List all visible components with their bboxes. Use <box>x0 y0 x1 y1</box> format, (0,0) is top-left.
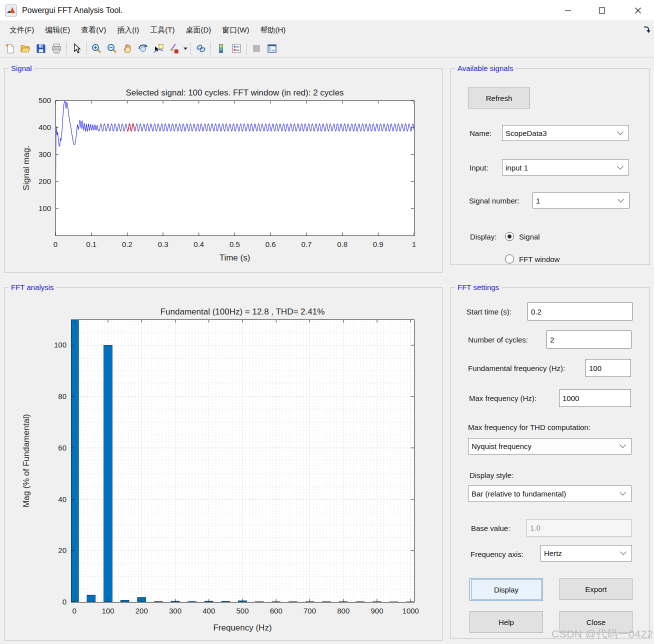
caret-down-icon <box>184 48 188 50</box>
svg-text:300: 300 <box>38 150 51 158</box>
chevron-down-icon <box>618 196 624 202</box>
rotate-3d-button[interactable] <box>135 41 150 56</box>
signal-panel-label: Signal <box>8 64 34 72</box>
svg-text:1: 1 <box>412 240 416 248</box>
display-fft-window-radio[interactable] <box>505 254 514 264</box>
open-button[interactable] <box>18 41 33 56</box>
fft-analysis-label: FFT analysis <box>8 283 56 292</box>
display-style-select[interactable]: Bar (relative to fundamental) <box>468 486 632 502</box>
display-button[interactable]: Display <box>470 578 543 601</box>
svg-text:100: 100 <box>102 606 114 615</box>
thd-max-freq-value: Nyquist frequency <box>472 442 532 450</box>
svg-text:600: 600 <box>270 606 282 615</box>
fft-analysis-panel: FFT analysis 010020030040050060070080090… <box>4 288 443 640</box>
fft-chart: 0100200300400500600700800900100002040608… <box>4 288 442 640</box>
chevron-down-icon <box>620 489 626 496</box>
cursor-button[interactable] <box>68 41 84 56</box>
pan-button[interactable] <box>120 41 135 56</box>
svg-text:400: 400 <box>38 123 51 132</box>
svg-text:500: 500 <box>38 96 51 104</box>
print-icon <box>50 42 62 54</box>
link-plots-button[interactable] <box>193 41 208 56</box>
signal-panel: Signal 00.10.20.30.40.50.60.70.80.911002… <box>4 68 443 272</box>
start-time-label: Start time (s): <box>466 308 512 316</box>
show-plot-tools-icon <box>266 42 278 54</box>
input-label: Input: <box>470 164 488 172</box>
fft-settings-panel: FFT settings Start time (s): 0.2 Number … <box>450 288 650 639</box>
new-button[interactable] <box>2 41 18 56</box>
name-select[interactable]: ScopeData3 <box>502 125 629 141</box>
menu-item-view[interactable]: 查看(V) <box>76 24 112 37</box>
start-time-input[interactable]: 0.2 <box>528 302 632 320</box>
show-plot-tools-button[interactable] <box>264 41 280 56</box>
display-signal-radio[interactable] <box>505 232 514 241</box>
menu-item-insert[interactable]: 插入(I) <box>112 24 144 37</box>
print-button[interactable] <box>48 41 64 56</box>
window-maximize-button[interactable] <box>590 0 614 21</box>
insert-colorbar-button[interactable] <box>213 41 228 56</box>
available-signals-label: Available signals <box>455 64 516 72</box>
max-freq-input[interactable]: 1000 <box>559 390 631 407</box>
hide-plot-tools-button[interactable] <box>248 41 264 56</box>
chevron-down-icon <box>620 442 626 448</box>
svg-text:60: 60 <box>58 444 66 452</box>
signal-number-select[interactable]: 1 <box>532 192 630 208</box>
menu-item-help[interactable]: 帮助(H) <box>254 24 291 37</box>
svg-text:100: 100 <box>54 340 66 349</box>
maximize-icon <box>598 7 606 14</box>
menu-item-desktop[interactable]: 桌面(D) <box>180 24 216 37</box>
frequency-axis-select[interactable]: Hertz <box>540 545 632 562</box>
svg-text:Fundamental (100Hz) = 12.8 , T: Fundamental (100Hz) = 12.8 , THD= 2.41% <box>160 307 325 316</box>
menu-item-tools[interactable]: 工具(T) <box>144 24 180 37</box>
window-minimize-button[interactable] <box>556 0 580 21</box>
link-plots-icon <box>195 42 207 54</box>
data-cursor-icon <box>152 42 164 54</box>
svg-text:0.3: 0.3 <box>158 240 168 248</box>
brush-dropdown-button[interactable] <box>182 41 188 56</box>
window-titlebar: Powergui FFT Analysis Tool. <box>0 0 654 21</box>
save-icon <box>35 42 47 54</box>
zoom-out-button[interactable] <box>104 41 120 56</box>
export-button[interactable]: Export <box>560 578 632 600</box>
svg-text:800: 800 <box>337 606 350 615</box>
close-icon <box>634 7 642 14</box>
save-button[interactable] <box>33 41 48 56</box>
insert-legend-icon <box>230 42 242 54</box>
input-select[interactable]: input 1 <box>502 160 629 176</box>
window-title: Powergui FFT Analysis Tool. <box>22 0 122 21</box>
help-button[interactable]: Help <box>470 611 543 633</box>
insert-legend-button[interactable] <box>228 41 244 56</box>
base-value-input: 1.0 <box>526 519 632 536</box>
thd-max-freq-select[interactable]: Nyquist frequency <box>468 438 632 454</box>
svg-text:40: 40 <box>58 495 66 504</box>
refresh-button[interactable]: Refresh <box>468 88 530 108</box>
chevron-down-icon <box>617 163 624 170</box>
toolbar-separator <box>190 42 191 55</box>
base-value-label: Base value: <box>471 524 510 532</box>
brush-button[interactable] <box>166 41 182 56</box>
matlab-logo-icon <box>5 4 17 18</box>
cursor-icon <box>70 42 82 54</box>
svg-text:Signal mag.: Signal mag. <box>22 146 31 190</box>
svg-text:0.2: 0.2 <box>122 240 132 248</box>
frequency-axis-label: Frequency axis: <box>470 550 524 558</box>
fundamental-freq-input[interactable]: 100 <box>586 359 631 377</box>
dock-arrow-icon[interactable] <box>642 25 652 35</box>
svg-text:500: 500 <box>236 606 248 615</box>
input-value: input 1 <box>506 164 528 172</box>
menu-item-edit[interactable]: 编辑(E) <box>40 24 76 37</box>
toolbar-separator <box>210 42 211 55</box>
menu-item-window[interactable]: 窗口(W) <box>216 24 254 37</box>
window-close-button[interactable] <box>626 0 650 21</box>
svg-text:400: 400 <box>202 606 215 615</box>
minimize-icon <box>564 7 572 14</box>
watermark: CSDN @代码一0422 <box>552 627 654 641</box>
data-cursor-button[interactable] <box>150 41 166 56</box>
display-signal-radio-label[interactable]: Signal <box>519 232 540 241</box>
svg-text:700: 700 <box>304 606 316 615</box>
zoom-in-button[interactable] <box>88 41 104 56</box>
cycles-input[interactable]: 2 <box>546 330 632 348</box>
menu-item-file[interactable]: 文件(F) <box>4 24 40 37</box>
display-fft-window-radio-label[interactable]: FFT window <box>519 255 560 264</box>
toolbar <box>0 40 654 58</box>
